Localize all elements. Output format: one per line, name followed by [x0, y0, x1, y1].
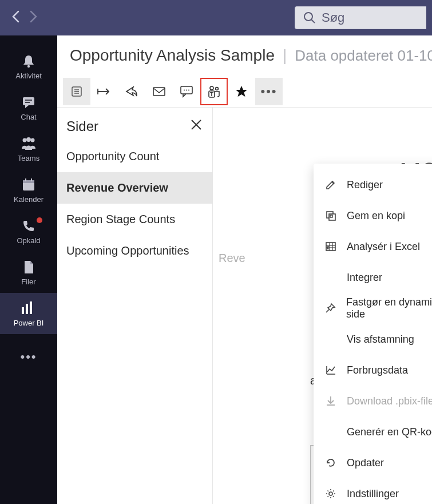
subscribe-button[interactable]: [145, 78, 173, 105]
rail-label: Kalender: [14, 195, 43, 204]
menu-label: Rediger: [347, 179, 383, 191]
svg-rect-10: [23, 180, 34, 183]
export-icon: [97, 86, 112, 97]
share-button[interactable]: [118, 78, 145, 105]
rail-label: Aktivitet: [15, 72, 42, 80]
rail-more[interactable]: •••: [0, 340, 57, 374]
svg-point-26: [188, 89, 189, 90]
chat-icon: [21, 94, 36, 110]
svg-rect-15: [30, 301, 32, 314]
svg-point-28: [216, 87, 219, 90]
svg-point-7: [26, 137, 31, 142]
rail-label: Chat: [21, 113, 36, 121]
powerbi-icon: [21, 300, 37, 316]
menu-label: Analysér i Excel: [347, 241, 420, 253]
page-item[interactable]: Region Stage Counts: [57, 204, 212, 235]
svg-point-6: [23, 138, 27, 142]
svg-point-46: [329, 492, 332, 495]
pages-close-button[interactable]: [189, 118, 203, 135]
more-options-button[interactable]: •••: [255, 78, 283, 105]
menu-label: Gem en kopi: [347, 210, 405, 222]
rail-label: Opkald: [17, 236, 40, 245]
rail-calls[interactable]: Opkald: [0, 211, 57, 252]
page-item[interactable]: Revenue Overview: [57, 172, 212, 204]
ellipsis-icon: •••: [260, 84, 277, 99]
copy-icon: [324, 210, 338, 221]
menu-label: Integrer: [347, 272, 382, 284]
report-toolbar: •••: [57, 76, 432, 108]
svg-rect-14: [26, 304, 28, 314]
report-header: Opportunity Analysis Sample | Data opdat…: [57, 35, 432, 76]
separator: |: [283, 46, 287, 65]
download-icon: [324, 395, 338, 407]
svg-point-24: [184, 89, 185, 90]
menu-analyze-excel[interactable]: Analysér i Excel: [314, 231, 432, 262]
teams-share-button[interactable]: [200, 78, 228, 105]
file-icon: [22, 259, 35, 275]
menu-label: Opdater: [347, 457, 384, 469]
pin-icon: [324, 303, 337, 314]
report-updated: Data opdateret 01-10-1: [295, 47, 432, 65]
rail-label: Filer: [21, 277, 35, 286]
menu-embed[interactable]: Integrer: [314, 262, 432, 293]
svg-line-43: [326, 309, 329, 312]
menu-edit[interactable]: Rediger: [314, 169, 432, 200]
share-icon: [125, 85, 138, 98]
menu-label: Forbrugsdata: [347, 364, 408, 376]
rail-activity[interactable]: Aktivitet: [0, 46, 57, 87]
menu-pin-live[interactable]: Fastgør en dynamisk side: [314, 293, 432, 324]
rail-label: Teams: [18, 154, 39, 162]
chevron-right-icon: [30, 10, 38, 23]
favorite-button[interactable]: [228, 78, 255, 105]
svg-point-0: [304, 13, 312, 21]
rail-powerbi[interactable]: Power BI: [0, 293, 57, 334]
menu-lineage[interactable]: Vis afstamning: [314, 324, 432, 355]
report-title: Opportunity Analysis Sample: [70, 46, 275, 65]
comment-icon: [180, 85, 193, 98]
svg-rect-22: [153, 88, 165, 96]
rail-label: Power BI: [14, 319, 44, 327]
page-item[interactable]: Upcoming Opportunities: [57, 235, 212, 267]
rail-chat[interactable]: Chat: [0, 87, 57, 128]
menu-download-pbix: Download .pbix-filen: [314, 386, 432, 416]
rail-calendar[interactable]: Kalender: [0, 169, 57, 211]
notification-dot-icon: [37, 217, 42, 223]
bell-icon: [21, 53, 36, 69]
pages-heading: Sider: [66, 118, 98, 134]
svg-rect-13: [22, 307, 24, 314]
menu-usage-metrics[interactable]: Forbrugsdata: [314, 355, 432, 386]
chevron-left-icon: [11, 10, 19, 23]
page-item[interactable]: Opportunity Count: [57, 141, 212, 172]
excel-icon: [324, 241, 338, 252]
menu-label: Indstillinger: [347, 488, 399, 500]
svg-rect-12: [31, 178, 32, 181]
menu-refresh[interactable]: Opdater: [314, 447, 432, 478]
close-icon: [189, 118, 203, 132]
ellipsis-icon: •••: [20, 350, 37, 364]
list-icon: [70, 85, 83, 98]
search-placeholder: Søg: [322, 10, 344, 25]
main-area: Opportunity Analysis Sample | Data opdat…: [57, 35, 432, 504]
phone-icon: [22, 218, 35, 234]
search-icon: [303, 11, 316, 24]
star-icon: [235, 85, 248, 98]
comment-button[interactable]: [173, 78, 200, 105]
search-input[interactable]: Søg: [295, 6, 426, 29]
gear-icon: [324, 488, 338, 499]
forward-button[interactable]: [30, 10, 38, 26]
pages-panel: Sider Opportunity Count Revenue Overview…: [57, 108, 213, 504]
menu-save-copy[interactable]: Gem en kopi: [314, 200, 432, 231]
pages-toggle-button[interactable]: [63, 78, 90, 105]
menu-settings[interactable]: Indstillinger: [314, 478, 432, 504]
rail-files[interactable]: Filer: [0, 252, 57, 293]
rail-teams[interactable]: Teams: [0, 128, 57, 169]
teams-icon: [20, 136, 37, 152]
app-rail: Aktivitet Chat Teams Kalender Opkald Fil…: [0, 35, 57, 504]
export-button[interactable]: [90, 78, 118, 105]
menu-generate-qr[interactable]: Generér en QR-kode: [314, 416, 432, 447]
menu-label: Generér en QR-kode: [347, 426, 432, 438]
menu-label: Download .pbix-filen: [347, 395, 432, 407]
refresh-icon: [324, 457, 338, 469]
svg-rect-3: [23, 97, 34, 105]
back-button[interactable]: [11, 10, 19, 26]
